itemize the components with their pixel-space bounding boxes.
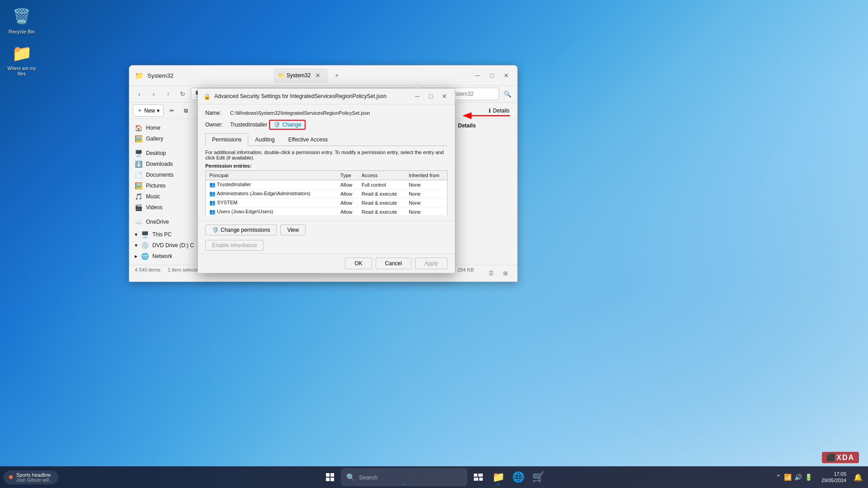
dialog-body: Name: C:\Windows\System32\IntegratedServ… bbox=[198, 104, 455, 221]
details-button[interactable]: ℹ Details bbox=[485, 105, 514, 116]
folder-icon: 📁 bbox=[135, 71, 144, 80]
table-row[interactable]: 👥 SYSTEM Allow Read & execute None bbox=[206, 198, 448, 207]
change-permissions-label: Change permissions bbox=[221, 227, 270, 233]
dialog-close-button[interactable]: ✕ bbox=[439, 91, 449, 101]
tab-effective-access[interactable]: Effective Access bbox=[282, 133, 335, 145]
details-title: Details bbox=[458, 122, 514, 129]
grid-view-button[interactable]: ⊞ bbox=[499, 267, 512, 280]
dvd-expand-icon: ▾ bbox=[135, 242, 137, 249]
sidebar-downloads-label: Downloads bbox=[146, 161, 173, 167]
taskbar-store-icon: 🛒 bbox=[532, 471, 544, 483]
taskbar-edge-icon: 🌐 bbox=[512, 471, 524, 483]
taskbar-center: 🔍 Search 📁 🌐 🛒 bbox=[321, 468, 547, 486]
thispc-expand-icon: ▾ bbox=[135, 231, 137, 238]
documents-icon: 📄 bbox=[135, 171, 142, 178]
clock[interactable]: 17:05 29/05/2024 bbox=[818, 469, 850, 486]
news-title: Sports headline bbox=[16, 472, 53, 478]
inheritance-row: Enable inheritance bbox=[198, 238, 455, 253]
principal-icon: 👥 bbox=[209, 200, 216, 205]
new-tab-button[interactable]: ＋ bbox=[331, 70, 342, 81]
taskbar-right: ⌃ 📶 🔊 🔋 17:05 29/05/2024 🔔 bbox=[772, 468, 864, 486]
battery-icon: 🔋 bbox=[805, 474, 812, 481]
up-button[interactable]: ↑ bbox=[162, 88, 175, 100]
forward-button[interactable]: › bbox=[147, 88, 160, 100]
sidebar-thispc-label: This PC bbox=[152, 231, 172, 238]
xda-watermark: ⬛XDA bbox=[822, 449, 859, 463]
refresh-button[interactable]: ↻ bbox=[176, 88, 189, 100]
close-window-button[interactable]: ✕ bbox=[501, 70, 512, 81]
change-permissions-button[interactable]: 🛡️ Change permissions bbox=[205, 225, 277, 235]
speaker-icon: 🔊 bbox=[794, 474, 802, 481]
view-button[interactable]: View bbox=[280, 225, 306, 235]
owner-row: Owner: TrustedInstaller 🛡️ Change bbox=[205, 120, 448, 130]
sidebar-gallery-label: Gallery bbox=[146, 136, 163, 142]
taskbar-search-button[interactable]: 🔍 Search bbox=[341, 468, 467, 486]
name-label: Name: bbox=[205, 110, 230, 116]
cancel-button[interactable]: Cancel bbox=[376, 258, 411, 269]
taskview-button[interactable] bbox=[469, 468, 487, 486]
explorer-titlebar: 📁 System32 📁 System32 ✕ ＋ ─ □ ✕ bbox=[129, 66, 517, 86]
start-button[interactable] bbox=[321, 468, 339, 486]
system-tray[interactable]: ⌃ 📶 🔊 🔋 bbox=[772, 474, 816, 481]
notification-button[interactable]: 🔔 bbox=[852, 468, 864, 486]
tab-permissions-label: Permissions bbox=[212, 136, 241, 143]
onedrive-icon: ☁️ bbox=[135, 218, 142, 225]
minimize-button[interactable]: ─ bbox=[472, 70, 483, 81]
dialog-minimize-button[interactable]: ─ bbox=[412, 91, 422, 101]
where-files-icon[interactable]: 📁 Where are my files bbox=[4, 41, 40, 79]
enable-inheritance-button[interactable]: Enable inheritance bbox=[205, 240, 264, 251]
svg-rect-5 bbox=[474, 474, 477, 477]
principal-icon: 👥 bbox=[209, 191, 216, 196]
time-display: 17:05 bbox=[821, 471, 846, 477]
explorer-title: System32 bbox=[147, 72, 270, 79]
table-row[interactable]: 👥 Administrators (Joao-Edge\Administrato… bbox=[206, 189, 448, 198]
back-button[interactable]: ‹ bbox=[133, 88, 146, 100]
table-row[interactable]: 👥 Users (Joao-Edge\Users) Allow Read & e… bbox=[206, 207, 448, 216]
new-button[interactable]: ＋ New ▾ bbox=[133, 104, 164, 117]
recycle-bin-icon[interactable]: 🗑️ Recycle Bin bbox=[4, 4, 40, 37]
list-view-button[interactable]: ☰ bbox=[485, 267, 497, 280]
details-label: Details bbox=[493, 108, 509, 114]
taskbar-explorer-button[interactable]: 📁 bbox=[489, 468, 507, 486]
change-owner-button[interactable]: 🛡️ Change bbox=[269, 120, 306, 130]
sidebar-onedrive-label: OneDrive bbox=[146, 219, 169, 225]
new-chevron-icon: ▾ bbox=[157, 108, 160, 114]
network-expand-icon: ▸ bbox=[135, 253, 137, 259]
taskbar-store-button[interactable]: 🛒 bbox=[529, 468, 547, 486]
apply-button[interactable]: Apply bbox=[415, 258, 448, 269]
table-row[interactable]: 👥 TrustedInstaller Allow Full control No… bbox=[206, 180, 448, 189]
tab-permissions[interactable]: Permissions bbox=[205, 133, 248, 146]
search-submit-button[interactable]: 🔍 bbox=[501, 88, 514, 100]
owner-label: Owner: bbox=[205, 122, 230, 128]
cut-button[interactable]: ✂ bbox=[165, 105, 178, 116]
perm-table-container: Principal Type Access Inherited from 👥 T… bbox=[205, 170, 448, 215]
dialog-maximize-button[interactable]: □ bbox=[426, 91, 436, 101]
dialog-actions: 🛡️ Change permissions View bbox=[198, 221, 455, 238]
owner-value: TrustedInstaller bbox=[230, 122, 267, 128]
sidebar-desktop-label: Desktop bbox=[146, 150, 166, 156]
gallery-icon: 🖼️ bbox=[135, 135, 142, 142]
taskbar-edge-button[interactable]: 🌐 bbox=[509, 468, 527, 486]
statusbar-size: 204 KB bbox=[458, 267, 474, 280]
music-icon: 🎵 bbox=[135, 193, 142, 200]
network-icon: 🌐 bbox=[141, 253, 149, 260]
videos-icon: 🎬 bbox=[135, 204, 142, 211]
sidebar-videos-label: Videos bbox=[146, 204, 162, 211]
tab-folder-icon: 📁 bbox=[278, 72, 285, 79]
copy-button[interactable]: ⧉ bbox=[180, 105, 192, 116]
dialog-footer: OK Cancel Apply bbox=[198, 253, 455, 273]
tab-auditing-label: Auditing bbox=[255, 136, 274, 143]
maximize-button[interactable]: □ bbox=[486, 70, 497, 81]
principal-icon: 👥 bbox=[209, 209, 216, 214]
svg-rect-6 bbox=[478, 474, 483, 477]
tab-auditing[interactable]: Auditing bbox=[248, 133, 281, 145]
pictures-icon: 🖼️ bbox=[135, 182, 142, 189]
close-tab-button[interactable]: ✕ bbox=[312, 70, 323, 81]
where-files-image: 📁 bbox=[11, 42, 33, 64]
col-principal: Principal bbox=[206, 171, 337, 180]
tab-effective-label: Effective Access bbox=[288, 136, 328, 143]
status-items: 4 540 items bbox=[135, 267, 160, 280]
news-ticker[interactable]: Sports headline Josh Gibson will... bbox=[4, 470, 58, 484]
details-icon: ℹ bbox=[489, 108, 491, 114]
ok-button[interactable]: OK bbox=[345, 258, 372, 269]
